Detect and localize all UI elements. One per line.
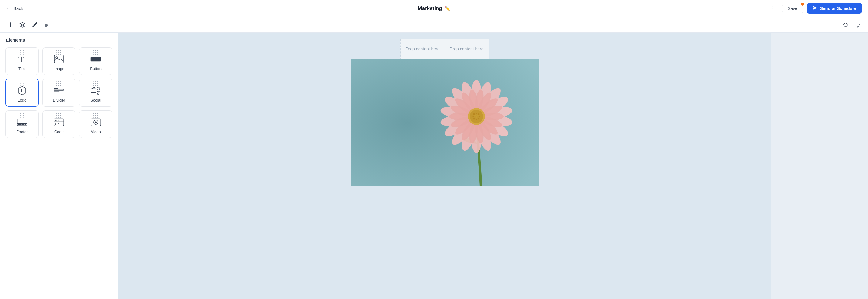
drag-handle-image: [56, 50, 61, 55]
element-footer[interactable]: Footer: [5, 110, 39, 138]
main-layout: Elements T Text: [0, 33, 868, 299]
divider-icon: [53, 85, 64, 96]
svg-point-2: [35, 23, 36, 24]
svg-point-76: [476, 119, 477, 120]
code-element-label: Code: [54, 129, 64, 134]
back-button[interactable]: ← Back: [6, 5, 23, 11]
svg-rect-10: [54, 92, 60, 92]
svg-rect-11: [91, 89, 96, 92]
element-video[interactable]: Video: [79, 110, 113, 138]
toolbar-right: [840, 20, 863, 30]
code-icon: [53, 117, 64, 128]
send-icon: [813, 6, 818, 11]
svg-point-68: [476, 113, 477, 114]
social-element-label: Social: [90, 98, 101, 102]
drag-handle-text: [20, 50, 25, 55]
svg-point-20: [55, 120, 56, 121]
drag-handle-divider: [56, 81, 61, 86]
svg-rect-17: [21, 124, 24, 125]
redo-button[interactable]: [852, 20, 863, 30]
drag-handle-video: [93, 113, 98, 118]
elements-label: Elements: [0, 33, 118, 46]
svg-point-21: [57, 120, 58, 121]
save-button[interactable]: Save: [782, 4, 803, 13]
svg-rect-9: [54, 88, 58, 89]
elements-grid: T Text Image: [0, 46, 118, 140]
text-element-label: Text: [19, 66, 26, 71]
drag-handle-social: [93, 81, 98, 86]
image-block: [351, 59, 538, 186]
svg-point-69: [478, 113, 480, 115]
button-element-label: Button: [90, 66, 101, 71]
divider-element-label: Divider: [53, 98, 65, 102]
undo-button[interactable]: [840, 20, 851, 30]
element-logo[interactable]: L Logo: [5, 79, 39, 107]
svg-point-73: [476, 116, 477, 118]
header: ← Back Marketing ✏️ ⋮ Save Send or Sched…: [0, 0, 868, 17]
style-button[interactable]: [29, 20, 40, 30]
logo-icon: L: [17, 85, 28, 96]
send-label: Send or Schedule: [820, 6, 856, 11]
flower-image: [351, 59, 538, 186]
drop-zone-2[interactable]: Drop content here: [445, 39, 489, 59]
element-text[interactable]: T Text: [5, 47, 39, 75]
add-element-button[interactable]: [5, 20, 16, 30]
button-icon: [90, 54, 101, 65]
logo-element-label: Logo: [18, 98, 26, 102]
canvas-area: Drop content here Drop content here: [118, 33, 771, 299]
header-left: ← Back: [6, 5, 23, 11]
drag-handle-code: [56, 113, 61, 118]
layers-button[interactable]: [17, 20, 28, 30]
video-element-label: Video: [91, 129, 101, 134]
svg-text:L: L: [21, 89, 23, 93]
image-element-label: Image: [53, 66, 64, 71]
element-button[interactable]: Button: [79, 47, 113, 75]
element-divider[interactable]: Divider: [42, 79, 76, 107]
canvas-container: Drop content here Drop content here: [351, 39, 538, 293]
header-right: ⋮ Save Send or Schedule: [767, 3, 862, 13]
drag-handle-logo: [20, 82, 25, 86]
social-icon: [90, 85, 101, 96]
footer-icon: [17, 117, 28, 128]
sidebar: Elements T Text: [0, 33, 118, 299]
video-icon: [90, 117, 101, 128]
svg-rect-18: [25, 124, 26, 125]
element-code[interactable]: Code: [42, 110, 76, 138]
svg-point-22: [58, 120, 59, 121]
svg-point-67: [473, 113, 475, 115]
footer-element-label: Footer: [17, 129, 28, 134]
svg-point-75: [473, 118, 475, 120]
send-or-schedule-button[interactable]: Send or Schedule: [807, 3, 862, 13]
save-label: Save: [788, 6, 797, 11]
drop-zone-1[interactable]: Drop content here: [401, 39, 444, 59]
svg-rect-16: [18, 124, 21, 125]
element-image[interactable]: Image: [42, 47, 76, 75]
page-title: Marketing: [417, 5, 442, 11]
svg-text:T: T: [19, 55, 24, 64]
more-options-button[interactable]: ⋮: [767, 4, 778, 13]
right-panel: [771, 33, 868, 299]
svg-rect-8: [54, 89, 64, 90]
back-label: Back: [13, 6, 23, 11]
header-center: Marketing ✏️: [417, 5, 450, 11]
notification-dot: [801, 3, 804, 6]
drag-handle-footer: [20, 113, 25, 118]
svg-marker-26: [95, 121, 97, 123]
content-button[interactable]: [41, 20, 52, 30]
toolbar-left: [5, 20, 839, 30]
svg-rect-19: [54, 119, 64, 125]
svg-point-72: [477, 115, 478, 116]
edit-icon[interactable]: ✏️: [444, 6, 451, 11]
svg-rect-6: [91, 57, 101, 61]
drop-content-row[interactable]: Drop content here Drop content here: [400, 39, 489, 59]
svg-point-74: [479, 116, 480, 117]
drag-handle-button: [93, 50, 98, 55]
svg-point-12: [97, 87, 100, 90]
image-icon: [53, 54, 64, 65]
text-icon: T: [17, 54, 28, 65]
svg-point-71: [474, 115, 475, 116]
svg-point-77: [478, 118, 480, 120]
toolbar: [0, 17, 868, 33]
svg-point-70: [473, 116, 474, 117]
element-social[interactable]: Social: [79, 79, 113, 107]
